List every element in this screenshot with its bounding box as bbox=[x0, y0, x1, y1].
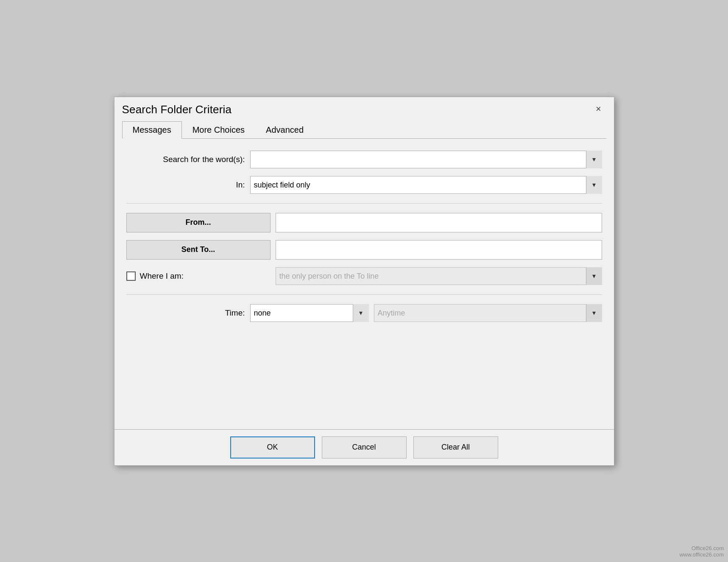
in-select[interactable]: subject field only subject field and mes… bbox=[250, 176, 602, 194]
cancel-button[interactable]: Cancel bbox=[322, 436, 407, 459]
divider-1 bbox=[126, 203, 602, 204]
ok-button[interactable]: OK bbox=[230, 436, 315, 459]
tab-more-choices[interactable]: More Choices bbox=[182, 121, 255, 139]
anytime-select[interactable]: Anytime Yesterday Today In the last 7 da… bbox=[374, 304, 602, 322]
where-i-am-checkbox[interactable] bbox=[126, 271, 136, 281]
sent-to-button[interactable]: Sent To... bbox=[126, 240, 271, 260]
where-i-am-select-wrapper: the only person on the To line on the CC… bbox=[276, 267, 602, 285]
dialog-title: Search Folder Criteria bbox=[122, 103, 232, 116]
content-area: Search for the word(s): In: subject fiel… bbox=[114, 139, 614, 429]
search-words-wrapper bbox=[250, 151, 602, 168]
watermark-line1: Office26.com bbox=[679, 545, 724, 551]
in-select-wrapper: subject field only subject field and mes… bbox=[250, 176, 602, 194]
sent-to-input[interactable] bbox=[276, 240, 602, 260]
tabs-bar: Messages More Choices Advanced bbox=[114, 117, 614, 138]
close-button[interactable]: × bbox=[591, 101, 606, 117]
tab-advanced[interactable]: Advanced bbox=[255, 121, 314, 139]
title-bar: Search Folder Criteria × bbox=[114, 97, 614, 117]
search-folder-criteria-dialog: Search Folder Criteria × Messages More C… bbox=[114, 97, 614, 466]
in-label: In: bbox=[126, 180, 245, 190]
in-row: In: subject field only subject field and… bbox=[126, 176, 602, 194]
where-i-am-label: Where I am: bbox=[140, 271, 184, 281]
sent-to-row: Sent To... bbox=[126, 240, 602, 260]
dialog-footer: OK Cancel Clear All bbox=[114, 429, 614, 465]
clear-all-button[interactable]: Clear All bbox=[413, 436, 498, 459]
from-button[interactable]: From... bbox=[126, 213, 271, 232]
anytime-select-wrapper: Anytime Yesterday Today In the last 7 da… bbox=[374, 304, 602, 322]
search-words-input[interactable] bbox=[250, 151, 602, 168]
search-words-row: Search for the word(s): bbox=[126, 151, 602, 168]
where-i-am-group: Where I am: bbox=[126, 271, 271, 281]
from-input[interactable] bbox=[276, 213, 602, 232]
where-i-am-select[interactable]: the only person on the To line on the CC… bbox=[276, 267, 602, 285]
time-label: Time: bbox=[126, 308, 245, 318]
tab-messages[interactable]: Messages bbox=[122, 121, 182, 139]
divider-2 bbox=[126, 294, 602, 295]
from-row: From... bbox=[126, 213, 602, 232]
time-select[interactable]: none received sent due expires created m… bbox=[250, 304, 369, 322]
content-spacer bbox=[126, 330, 602, 421]
time-select-wrapper: none received sent due expires created m… bbox=[250, 304, 369, 322]
watermark: Office26.com www.office26.com bbox=[679, 545, 724, 558]
search-words-label: Search for the word(s): bbox=[126, 155, 245, 164]
watermark-line2: www.office26.com bbox=[679, 551, 724, 558]
where-i-am-row: Where I am: the only person on the To li… bbox=[126, 267, 602, 285]
time-row: Time: none received sent due expires cre… bbox=[126, 304, 602, 322]
